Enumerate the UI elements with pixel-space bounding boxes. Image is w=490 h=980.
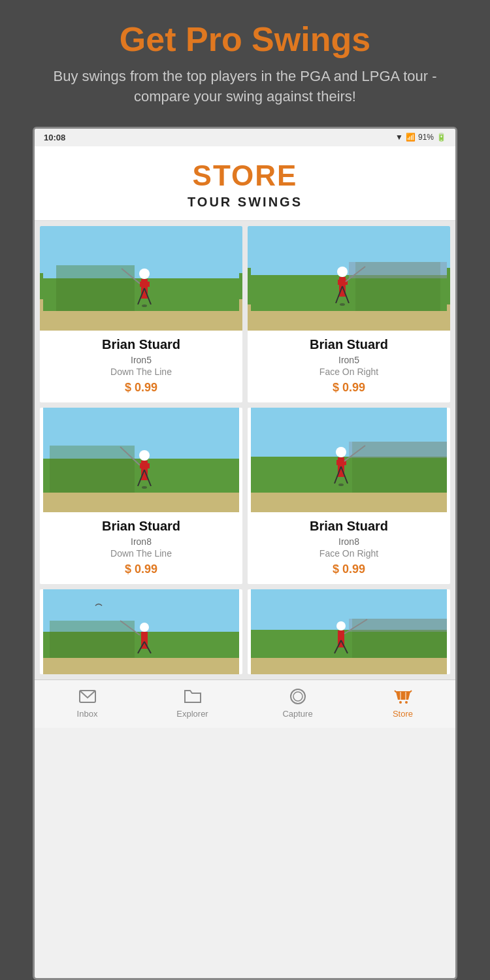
- nav-item-capture[interactable]: Capture: [275, 687, 321, 719]
- partial-card-1[interactable]: [40, 589, 242, 674]
- svg-point-4: [139, 269, 150, 279]
- svg-rect-49: [50, 621, 135, 658]
- svg-point-22: [340, 303, 345, 306]
- svg-rect-48: [43, 658, 239, 674]
- svg-rect-38: [349, 442, 447, 458]
- store-icon: [393, 687, 413, 706]
- product-club-3: Iron8: [46, 536, 236, 547]
- promo-title: Get Pro Swings: [26, 20, 464, 59]
- product-card-4[interactable]: Brian Stuard Iron8 Face On Right $ 0.99: [248, 408, 450, 584]
- svg-rect-13: [251, 311, 447, 331]
- golf-scene-2: [248, 226, 450, 331]
- nav-label-inbox: Inbox: [77, 709, 98, 719]
- inbox-icon: [78, 687, 97, 706]
- svg-point-39: [336, 447, 346, 457]
- svg-point-10: [142, 304, 147, 307]
- partial-image-2: [248, 589, 450, 674]
- explorer-icon: [183, 687, 203, 706]
- svg-point-69: [405, 701, 408, 704]
- store-subtitle: TOUR SWINGS: [41, 195, 449, 210]
- product-price-1: $ 0.99: [46, 381, 236, 395]
- svg-point-50: [140, 623, 149, 632]
- svg-rect-2: [43, 311, 239, 331]
- product-info-2: Brian Stuard Iron5 Face On Right $ 0.99: [248, 331, 450, 402]
- svg-rect-36: [251, 493, 447, 512]
- product-card-3[interactable]: Brian Stuard Iron8 Down The Line $ 0.99: [40, 408, 242, 584]
- phone-frame: 10:08 ▼ 📶 91% 🔋 STORE TOUR SWINGS: [33, 127, 457, 980]
- golf-scene-4: [248, 408, 450, 512]
- partial-products-row: [35, 589, 455, 679]
- svg-rect-25: [43, 493, 239, 512]
- nav-label-store: Store: [393, 709, 413, 719]
- svg-rect-57: [251, 658, 447, 674]
- product-name-4: Brian Stuard: [254, 519, 444, 534]
- product-club-4: Iron8: [254, 536, 444, 547]
- product-club-1: Iron5: [46, 355, 236, 365]
- status-bar: 10:08 ▼ 📶 91% 🔋: [35, 129, 455, 146]
- product-club-2: Iron5: [254, 355, 444, 365]
- product-price-2: $ 0.99: [254, 381, 444, 395]
- golf-scene-5: [40, 589, 242, 674]
- svg-rect-15: [349, 262, 447, 278]
- nav-label-capture: Capture: [282, 709, 312, 719]
- bottom-nav: Inbox Explorer Capture: [35, 679, 455, 728]
- status-icons: ▼ 📶 91% 🔋: [395, 133, 446, 142]
- nav-item-inbox[interactable]: Inbox: [65, 687, 110, 719]
- nav-label-explorer: Explorer: [176, 709, 208, 719]
- nav-item-explorer[interactable]: Explorer: [170, 687, 216, 719]
- product-info-1: Brian Stuard Iron5 Down The Line $ 0.99: [40, 331, 242, 402]
- signal-icon: ▼: [395, 133, 403, 142]
- product-card-1[interactable]: Brian Stuard Iron5 Down The Line $ 0.99: [40, 226, 242, 402]
- product-name-1: Brian Stuard: [46, 337, 236, 352]
- product-price-4: $ 0.99: [254, 563, 444, 576]
- status-time: 10:08: [44, 133, 65, 142]
- product-price-3: $ 0.99: [46, 563, 236, 576]
- svg-rect-29: [140, 463, 150, 468]
- golf-scene-3: [40, 408, 242, 512]
- product-image-1: [40, 226, 242, 331]
- store-title: STORE: [41, 159, 449, 192]
- product-image-3: [40, 408, 242, 512]
- svg-rect-26: [50, 446, 135, 493]
- product-angle-1: Down The Line: [46, 367, 236, 377]
- product-name-2: Brian Stuard: [254, 337, 444, 352]
- partial-card-2[interactable]: [248, 589, 450, 674]
- product-angle-4: Face On Right: [254, 548, 444, 559]
- battery-icon: 🔋: [436, 133, 446, 142]
- svg-rect-6: [140, 282, 150, 287]
- svg-point-60: [336, 621, 346, 630]
- products-grid: Brian Stuard Iron5 Down The Line $ 0.99: [35, 221, 455, 589]
- partial-image-1: [40, 589, 242, 674]
- svg-rect-3: [56, 265, 135, 311]
- product-image-4: [248, 408, 450, 512]
- product-angle-3: Down The Line: [46, 548, 236, 559]
- wifi-icon: 📶: [406, 133, 416, 142]
- golf-scene-1: [40, 226, 242, 331]
- svg-rect-59: [349, 619, 447, 632]
- svg-point-27: [139, 450, 150, 461]
- store-header: STORE TOUR SWINGS: [35, 146, 455, 221]
- nav-item-store[interactable]: Store: [380, 687, 426, 719]
- battery-text: 91%: [418, 133, 434, 142]
- svg-point-68: [399, 701, 402, 704]
- product-info-3: Brian Stuard Iron8 Down The Line $ 0.99: [40, 512, 242, 584]
- product-name-3: Brian Stuard: [46, 519, 236, 534]
- product-card-2[interactable]: Brian Stuard Iron5 Face On Right $ 0.99: [248, 226, 450, 402]
- product-angle-2: Face On Right: [254, 367, 444, 377]
- promo-section: Get Pro Swings Buy swings from the top p…: [0, 0, 490, 127]
- svg-point-33: [142, 486, 147, 489]
- golf-scene-6: [248, 589, 450, 674]
- svg-point-16: [337, 267, 348, 277]
- product-info-4: Brian Stuard Iron8 Face On Right $ 0.99: [248, 512, 450, 584]
- capture-icon: [288, 687, 308, 706]
- product-image-2: [248, 226, 450, 331]
- svg-point-67: [293, 692, 302, 701]
- svg-point-45: [338, 483, 344, 486]
- promo-subtitle: Buy swings from the top players in the P…: [26, 67, 464, 107]
